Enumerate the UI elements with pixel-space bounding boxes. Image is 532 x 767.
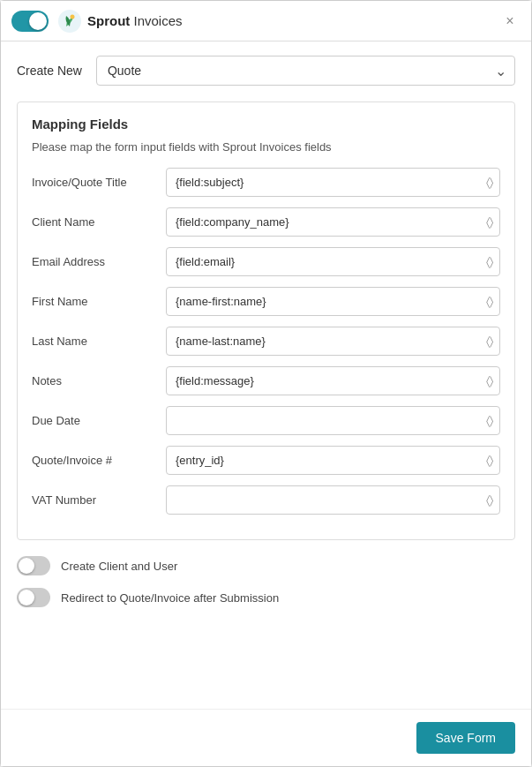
save-form-button[interactable]: Save Form (416, 722, 515, 754)
field-label-email-address: Email Address (32, 255, 155, 268)
field-row: Invoice/Quote Title 〈〉 (32, 168, 500, 197)
create-new-label: Create New (17, 64, 82, 78)
field-input-wrapper: 〈〉 (166, 446, 500, 475)
field-label-last-name: Last Name (32, 335, 155, 348)
mapping-section: Mapping Fields Please map the form input… (17, 102, 515, 540)
redirect-label: Redirect to Quote/Invoice after Submissi… (61, 591, 279, 605)
field-input-notes[interactable] (166, 366, 500, 395)
field-input-last-name[interactable] (166, 327, 500, 356)
redirect-toggle[interactable] (17, 588, 50, 607)
toggle-row-create-client: Create Client and User (17, 556, 515, 575)
field-label-vat-number: VAT Number (32, 493, 155, 507)
field-row: First Name 〈〉 (32, 287, 500, 316)
field-input-email-address[interactable] (166, 247, 500, 276)
field-label-client-name: Client Name (32, 215, 155, 229)
field-row: Client Name 〈〉 (32, 207, 500, 237)
logo-icon (57, 9, 82, 34)
logo-area: Sprout Invoices (57, 9, 499, 34)
create-new-row: Create New Quote Invoice ⌄ (17, 56, 515, 86)
field-input-wrapper: 〈〉 (166, 406, 500, 435)
field-row: VAT Number 〈〉 (32, 485, 500, 515)
create-new-select-wrapper: Quote Invoice ⌄ (96, 56, 515, 86)
content-area: Create New Quote Invoice ⌄ Mapping Field… (1, 41, 531, 709)
field-input-due-date[interactable] (166, 406, 500, 435)
field-row: Quote/Invoice # 〈〉 (32, 446, 500, 475)
mapping-description: Please map the form input fields with Sp… (32, 140, 500, 154)
field-input-wrapper: 〈〉 (166, 168, 500, 197)
svg-point-1 (71, 14, 75, 19)
close-button[interactable]: × (499, 11, 521, 32)
field-row: Notes 〈〉 (32, 366, 500, 395)
field-input-wrapper: 〈〉 (166, 366, 500, 395)
field-input-invoice-quote-title[interactable] (166, 168, 500, 197)
field-label-notes: Notes (32, 374, 155, 387)
toggle-row-redirect: Redirect to Quote/Invoice after Submissi… (17, 588, 515, 607)
field-label-first-name: First Name (32, 295, 155, 308)
create-new-select[interactable]: Quote Invoice (96, 56, 515, 86)
field-input-first-name[interactable] (166, 287, 500, 316)
field-input-wrapper: 〈〉 (166, 327, 500, 356)
field-input-wrapper: 〈〉 (166, 247, 500, 276)
main-toggle[interactable] (11, 11, 49, 32)
field-label-quote-invoice-number: Quote/Invoice # (32, 454, 155, 467)
main-window: Sprout Invoices × Create New Quote Invoi… (0, 0, 532, 767)
field-row: Due Date 〈〉 (32, 406, 500, 435)
field-label-invoice-quote-title: Invoice/Quote Title (32, 176, 155, 189)
create-client-toggle[interactable] (17, 556, 50, 575)
field-input-wrapper: 〈〉 (166, 485, 500, 515)
create-client-label: Create Client and User (61, 560, 177, 573)
field-input-quote-invoice-number[interactable] (166, 446, 500, 475)
field-input-client-name[interactable] (166, 207, 500, 237)
field-input-wrapper: 〈〉 (166, 287, 500, 316)
field-row: Email Address 〈〉 (32, 247, 500, 276)
field-input-vat-number[interactable] (166, 485, 500, 515)
titlebar: Sprout Invoices × (1, 1, 531, 41)
mapping-title: Mapping Fields (32, 117, 500, 132)
logo-text: Sprout Invoices (87, 13, 183, 28)
field-input-wrapper: 〈〉 (166, 207, 500, 237)
footer: Save Form (1, 709, 531, 766)
field-row: Last Name 〈〉 (32, 327, 500, 356)
field-label-due-date: Due Date (32, 414, 155, 427)
